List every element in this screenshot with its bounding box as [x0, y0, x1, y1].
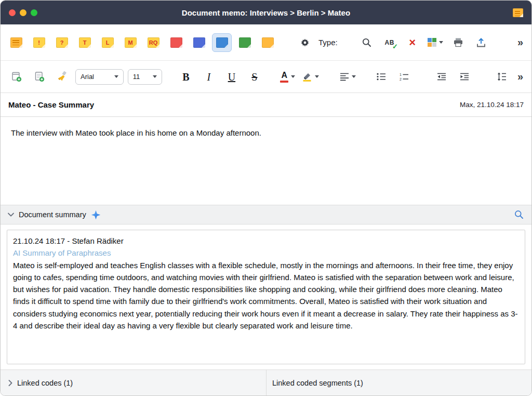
- format-overflow-button[interactable]: »: [513, 71, 527, 83]
- align-button[interactable]: [338, 68, 358, 86]
- spellcheck-button[interactable]: AB ✓: [380, 33, 400, 52]
- insert-table-button[interactable]: [425, 33, 445, 52]
- summary-text-editor[interactable]: 21.10.24 18:17 - Stefan Rädiker AI Summa…: [7, 230, 525, 364]
- summary-search-icon[interactable]: [514, 209, 524, 220]
- bold-icon: B: [182, 72, 189, 82]
- memo-standard-icon: [10, 37, 22, 48]
- indent-button[interactable]: [455, 68, 474, 86]
- bullet-list-button[interactable]: [371, 68, 391, 86]
- summary-content: 21.10.24 18:17 - Stefan Rädiker AI Summa…: [1, 225, 531, 369]
- numbered-list-icon: 12: [400, 73, 409, 81]
- memo-type-method-button[interactable]: M: [121, 33, 140, 52]
- memo-color-red-button[interactable]: [166, 33, 186, 52]
- memo-type-glyph: !: [38, 39, 40, 46]
- highlight-color-button[interactable]: [301, 68, 321, 86]
- summary-author-line: 21.10.24 18:17 - Stefan Rädiker: [13, 235, 519, 247]
- number-one-glyph: 1: [400, 73, 402, 76]
- memo-meta: Max, 21.10.24 18:17: [460, 101, 524, 109]
- line-spacing-icon: [497, 72, 507, 81]
- memo-type-rq-button[interactable]: RQ: [143, 33, 163, 52]
- minimize-button[interactable]: [20, 9, 26, 16]
- linked-codes-label: Linked codes (1): [17, 379, 73, 387]
- memo-blue-icon: [216, 37, 228, 48]
- font-family-select[interactable]: Arial: [75, 69, 124, 85]
- memo-type-glyph: T: [83, 39, 87, 46]
- underline-button[interactable]: U: [222, 68, 242, 86]
- linked-codes-section[interactable]: Linked codes (1): [1, 370, 267, 395]
- bold-button[interactable]: B: [176, 68, 196, 86]
- export-button[interactable]: [471, 33, 491, 52]
- bullet-list-icon: [377, 73, 386, 81]
- delete-icon: ×: [409, 37, 416, 48]
- linked-coded-segments-section[interactable]: Linked coded segments (1): [267, 370, 363, 395]
- chevron-down-icon: [153, 75, 157, 78]
- indent-icon: [460, 73, 469, 81]
- memo-icon: [513, 8, 523, 17]
- memo-rq-icon: RQ: [148, 37, 159, 48]
- memo-orange-icon: [262, 37, 274, 48]
- print-button[interactable]: [448, 33, 468, 52]
- memo-type-glyph: ?: [60, 39, 64, 46]
- memo-color-green-button[interactable]: [235, 33, 255, 52]
- memo-type-settings-button[interactable]: [295, 33, 315, 52]
- delete-memo-button[interactable]: ×: [403, 33, 422, 52]
- memo-red-icon: [170, 37, 182, 48]
- export-icon: [476, 37, 486, 48]
- chevron-right-icon: [8, 380, 12, 386]
- chevron-down-icon: [315, 75, 319, 78]
- toolbar-overflow-button[interactable]: »: [513, 36, 527, 48]
- line-spacing-button[interactable]: [492, 68, 512, 86]
- memo-method-icon: M: [125, 37, 137, 48]
- summary-section-header[interactable]: Document summary: [1, 205, 531, 225]
- font-family-value: Arial: [81, 73, 94, 81]
- memo-color-indigo-button[interactable]: [189, 33, 209, 52]
- memo-window: Document memo: Interviews > Berlin > Mat…: [0, 0, 532, 396]
- font-size-select[interactable]: 11: [128, 69, 162, 85]
- memo-type-glyph: M: [128, 39, 132, 46]
- font-color-button[interactable]: A: [278, 68, 298, 86]
- memo-type-important-button[interactable]: !: [29, 33, 49, 52]
- format-toolbar: Arial 11 B I U S A: [1, 61, 531, 93]
- memo-type-question-button[interactable]: ?: [52, 33, 72, 52]
- memo-indigo-icon: [193, 37, 205, 48]
- memo-question-icon: ?: [56, 37, 68, 48]
- format-painter-icon: [57, 71, 68, 82]
- align-left-icon: [340, 73, 349, 81]
- memo-green-icon: [239, 37, 251, 48]
- memo-type-literature-button[interactable]: L: [98, 33, 117, 52]
- memo-theory-icon: T: [79, 37, 91, 48]
- font-color-bar: [280, 81, 288, 83]
- memo-color-blue-button[interactable]: [212, 33, 232, 52]
- gear-icon: [300, 37, 310, 48]
- linked-coded-segments-label: Linked coded segments (1): [272, 379, 363, 387]
- format-painter-button[interactable]: [52, 68, 72, 86]
- number-two-glyph: 2: [400, 77, 402, 81]
- memo-body-editor[interactable]: The interview with Mateo took place in h…: [1, 117, 531, 205]
- memo-color-orange-button[interactable]: [258, 33, 277, 52]
- font-color-letter: A: [282, 71, 288, 80]
- insert-date-icon: [11, 71, 22, 82]
- memo-type-standard-button[interactable]: [6, 33, 26, 52]
- memo-title: Mateo - Case Summary: [8, 100, 94, 109]
- strikethrough-button[interactable]: S: [245, 68, 264, 86]
- ai-sparkle-icon: [91, 210, 101, 220]
- chevron-down-icon: [114, 75, 118, 78]
- memo-type-theory-button[interactable]: T: [75, 33, 95, 52]
- italic-icon: I: [207, 72, 211, 82]
- table-icon: [428, 38, 436, 47]
- font-size-value: 11: [133, 73, 140, 81]
- zoom-button[interactable]: [31, 9, 37, 16]
- memo-body-text: The interview with Mateo took place in h…: [11, 128, 261, 137]
- outdent-button[interactable]: [432, 68, 451, 86]
- search-button[interactable]: [357, 33, 377, 52]
- spellcheck-icon: AB ✓: [385, 38, 394, 46]
- insert-date-button[interactable]: [6, 68, 26, 86]
- traffic-lights: [9, 9, 37, 16]
- search-icon: [362, 37, 372, 48]
- insert-document-button[interactable]: [29, 68, 49, 86]
- numbered-list-button[interactable]: 12: [394, 68, 414, 86]
- memo-type-toolbar: ! ? T L M RQ Type: AB ✓ ×: [1, 24, 531, 61]
- footer: Linked codes (1) Linked coded segments (…: [1, 369, 531, 395]
- italic-button[interactable]: I: [199, 68, 219, 86]
- close-button[interactable]: [9, 9, 16, 16]
